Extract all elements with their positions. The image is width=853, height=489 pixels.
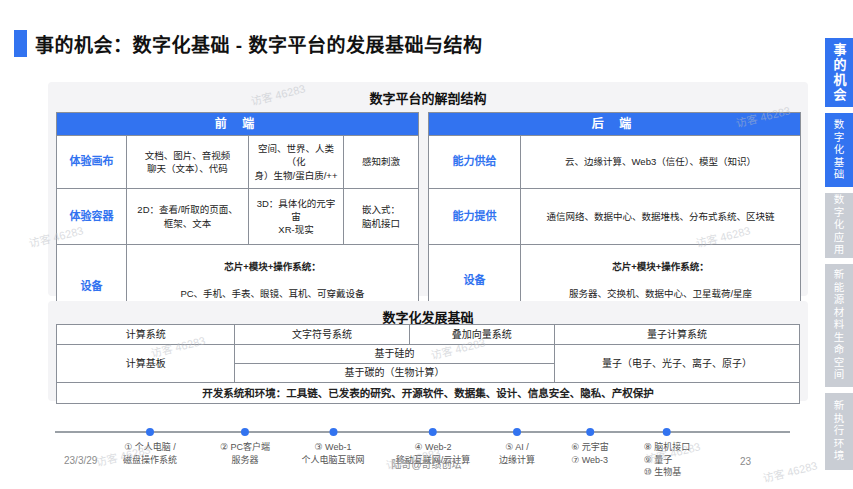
column-header: 文字符号系统	[235, 325, 410, 345]
sidebar-item-new-energy-materials-life-space[interactable]: 新能源材料生命空间	[825, 264, 853, 387]
table-cell: 文档、图片、音视频 聊天（文本）、代码	[127, 136, 249, 189]
timeline-item-7: ⑧ 脑机接口 ⑨ 量子 ⑩ 生物基	[644, 428, 691, 479]
foundation-title: 数字化发展基础	[48, 301, 808, 326]
footer-author: 陆奇@奇绩创坛	[0, 456, 853, 471]
page-number: 23	[740, 456, 751, 467]
foundation-panel: 数字化发展基础 计算系统 文字符号系统 叠加向量系统 量子计算系统 计算基板 基…	[48, 301, 808, 401]
table-cell: 感知刺激	[344, 136, 419, 189]
timeline-dot	[146, 428, 154, 436]
table-cell: 云、边缘计算、Web3（信任）、模型（知识）	[521, 136, 801, 189]
table-cell: 基于碳的（生物计算）	[235, 364, 554, 383]
timeline-dot	[241, 428, 249, 436]
sidebar-item-digital-foundation[interactable]: 数字化基础	[825, 113, 853, 187]
timeline-dot	[429, 428, 437, 436]
title-accent-bar	[14, 30, 27, 57]
timeline-dot	[329, 428, 337, 436]
back-row-label: 能力提供	[429, 189, 521, 245]
page-title: 事的机会：数字化基础 - 数字平台的发展基础与结构	[35, 30, 482, 57]
table-cell: 3D：具体化的元宇宙 XR-现实	[249, 189, 344, 245]
row-label: 计算基板	[57, 345, 235, 383]
timeline-dot	[513, 428, 521, 436]
column-header: 叠加向量系统	[409, 325, 554, 345]
dev-env-cell: 开发系统和环境：工具链、已发表的研究、开源软件、数据集、设计、信息安全、隐私、产…	[57, 383, 800, 404]
table-cell: 嵌入式： 脑机接口	[344, 189, 419, 245]
front-end-table: 前 端 体验画布 文档、图片、音视频 聊天（文本）、代码 空间、世界、人类（化 …	[56, 112, 419, 330]
front-row-label: 体验画布	[57, 136, 127, 189]
table-cell: 2D：查看/听取的页面、 框架、文本	[127, 189, 249, 245]
column-header: 量子计算系统	[554, 325, 799, 345]
right-nav: 事的机会 数字化基础 数字化应用 新能源材料生命空间 新执行环境	[825, 38, 853, 470]
title-row: 事的机会：数字化基础 - 数字平台的发展基础与结构	[14, 30, 482, 57]
front-end-header: 前 端	[57, 113, 419, 136]
anatomy-title: 数字平台的解剖结构	[48, 82, 808, 107]
table-cell: 量子（电子、光子、离子、原子）	[554, 345, 799, 383]
table-cell: 空间、世界、人类（化 身）生物/蛋白质/++	[249, 136, 344, 189]
table-cell: 通信网络、数据中心、数据堆栈、分布式系统、区块链	[521, 189, 801, 245]
cell-title: 芯片+模块+操作系统：	[524, 260, 797, 273]
foundation-table: 计算系统 文字符号系统 叠加向量系统 量子计算系统 计算基板 基于硅的 量子（电…	[56, 324, 800, 404]
sidebar-item-opportunity[interactable]: 事的机会	[825, 38, 853, 107]
table-cell: 基于硅的	[235, 345, 554, 364]
back-end-table: 后 端 能力供给 云、边缘计算、Web3（信任）、模型（知识） 能力提供 通信网…	[428, 112, 801, 316]
cell-body: 服务器、交换机、数据中心、卫星载荷/星座	[524, 287, 797, 300]
timeline-dot	[663, 428, 671, 436]
anatomy-panel: 数字平台的解剖结构 前 端 体验画布 文档、图片、音视频 聊天（文本）、代码 空…	[48, 82, 808, 296]
column-header: 计算系统	[57, 325, 235, 345]
cell-title: 芯片+模块+操作系统：	[130, 260, 415, 273]
back-row-label: 能力供给	[429, 136, 521, 189]
front-row-label: 体验容器	[57, 189, 127, 245]
sidebar-item-digital-application[interactable]: 数字化应用	[825, 193, 853, 258]
back-end-header: 后 端	[429, 113, 801, 136]
timeline-dot	[586, 428, 594, 436]
